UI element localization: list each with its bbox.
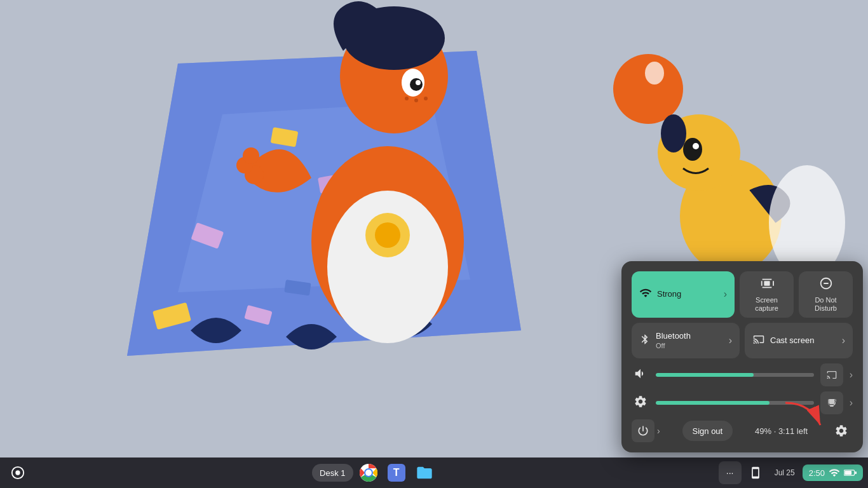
time-display: 2:50 — [809, 468, 825, 478]
brightness-slider-fill — [656, 401, 770, 405]
qs-bluetooth-arrow: › — [729, 335, 732, 346]
qs-cast-text: Cast screen — [770, 336, 837, 346]
svg-point-15 — [375, 222, 400, 248]
qs-power-chevron[interactable]: › — [657, 426, 660, 436]
qs-bluetooth-text: Bluetooth Off — [656, 331, 724, 350]
taskbar: Desk 1 T — [0, 458, 868, 488]
svg-rect-43 — [844, 471, 851, 475]
volume-expand-btn[interactable] — [820, 363, 843, 386]
t-app-btn[interactable]: T — [384, 460, 409, 485]
svg-point-22 — [414, 98, 418, 102]
svg-point-31 — [683, 138, 702, 161]
taskbar-battery-icon — [844, 468, 857, 478]
svg-point-28 — [645, 62, 664, 85]
taskbar-wifi-icon — [829, 467, 840, 478]
svg-point-32 — [693, 143, 699, 149]
qs-power-area: › — [632, 419, 660, 442]
qs-wifi-label: Strong — [657, 289, 719, 300]
svg-point-21 — [405, 97, 409, 100]
taskbar-right: ··· Jul 25 2:50 — [719, 461, 863, 484]
qs-wifi-text: Strong — [657, 289, 719, 300]
svg-point-26 — [243, 147, 259, 164]
qs-cast-label: Cast screen — [770, 336, 837, 346]
taskbar-status-area[interactable]: Jul 25 — [770, 466, 800, 480]
screen-capture-icon — [760, 276, 774, 294]
desk1-button[interactable]: Desk 1 — [312, 464, 353, 482]
qs-power-btn[interactable] — [632, 419, 654, 442]
svg-point-27 — [613, 54, 683, 124]
svg-rect-44 — [855, 471, 857, 474]
qs-wifi-tile[interactable]: Strong › — [632, 271, 735, 318]
taskbar-time-area[interactable]: 2:50 — [803, 464, 863, 481]
svg-point-33 — [661, 114, 686, 152]
qs-bluetooth-label: Bluetooth — [656, 331, 724, 342]
qs-row-top: Strong › Screen capture Do Not Disturb — [632, 271, 853, 318]
tray-dots-icon: ··· — [726, 468, 734, 478]
svg-rect-35 — [764, 281, 770, 285]
qs-settings-gear-btn[interactable] — [830, 419, 853, 442]
tray-phone-btn[interactable] — [744, 461, 767, 484]
qs-dnd-tile[interactable]: Do Not Disturb — [799, 271, 853, 318]
dnd-icon — [819, 276, 833, 294]
svg-point-38 — [15, 470, 20, 475]
tray-more-btn[interactable]: ··· — [719, 461, 742, 484]
qs-bluetooth-tile[interactable]: Bluetooth Off › — [632, 323, 740, 358]
taskbar-center: Desk 1 T — [31, 460, 719, 485]
t-app-icon: T — [388, 464, 405, 482]
qs-dnd-label: Do Not Disturb — [815, 296, 837, 313]
qs-screen-capture-label: Screen capture — [755, 296, 778, 313]
red-arrow-indicator — [779, 396, 830, 437]
qs-cast-tile[interactable]: Cast screen › — [745, 323, 853, 358]
launcher-button[interactable] — [5, 460, 31, 485]
settings-icon-slider — [632, 395, 649, 412]
volume-slider-fill — [656, 373, 754, 377]
qs-volume-row: › — [632, 363, 853, 386]
svg-point-20 — [416, 80, 421, 85]
chrome-icon — [360, 464, 377, 482]
files-icon — [416, 464, 433, 482]
phone-icon — [749, 466, 762, 479]
files-app-btn[interactable] — [412, 460, 437, 485]
brightness-chevron[interactable]: › — [850, 397, 853, 409]
chrome-app-btn[interactable] — [356, 460, 381, 485]
volume-slider-track[interactable] — [656, 373, 814, 377]
date-display: Jul 25 — [775, 468, 795, 477]
qs-signout-btn[interactable]: Sign out — [682, 421, 733, 441]
qs-cast-arrow: › — [842, 335, 845, 346]
svg-point-41 — [365, 470, 372, 476]
qs-wifi-arrow: › — [724, 288, 727, 300]
svg-point-23 — [424, 97, 428, 100]
bluetooth-icon — [639, 333, 651, 349]
qs-screen-capture-tile[interactable]: Screen capture — [740, 271, 794, 318]
qs-row-2: Bluetooth Off › Cast screen › — [632, 323, 853, 358]
desk1-label: Desk 1 — [320, 468, 345, 478]
qs-bluetooth-sublabel: Off — [656, 342, 724, 350]
taskbar-left — [5, 460, 31, 485]
svg-point-19 — [410, 78, 423, 91]
volume-icon — [632, 367, 649, 384]
cast-icon — [752, 334, 765, 348]
volume-chevron[interactable]: › — [850, 369, 853, 381]
wifi-icon — [639, 287, 652, 302]
